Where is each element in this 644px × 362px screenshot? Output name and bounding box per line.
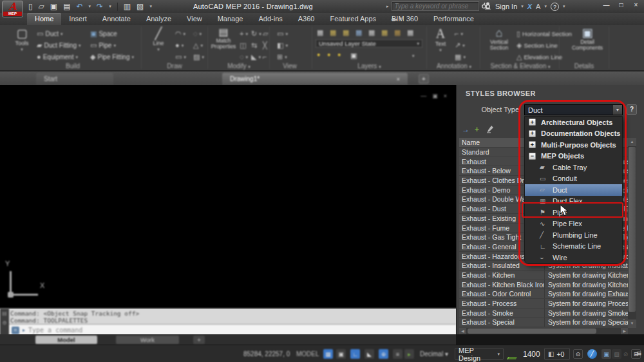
dropdown-item[interactable]: ╱ Plumbing Line: [525, 229, 622, 241]
help-button[interactable]: ?: [627, 104, 637, 115]
dropdown-item[interactable]: ⚑ Pipe: [525, 207, 622, 218]
ribbon-tab[interactable]: Analyze: [138, 13, 179, 25]
build-panel-label[interactable]: Build: [6, 62, 139, 70]
undo-icon[interactable]: ↶: [77, 3, 83, 10]
scroll-down-icon[interactable]: ▼: [628, 319, 636, 328]
search-collapse-icon[interactable]: ▸: [386, 4, 389, 9]
new-style-icon[interactable]: +: [475, 125, 479, 134]
help-dropdown-icon[interactable]: ▾: [563, 4, 565, 9]
command-history-icon[interactable]: ▤: [0, 310, 9, 316]
dropdown-item[interactable]: − MEP Objects: [525, 151, 622, 162]
scroll-left-icon[interactable]: ◀: [459, 328, 466, 334]
move-button[interactable]: +▾: [240, 30, 248, 37]
ortho-mode-icon[interactable]: ∟: [350, 349, 360, 359]
osnap-icon[interactable]: ⊕: [379, 349, 388, 359]
layout-tab-model[interactable]: Model: [35, 336, 97, 344]
units-readout[interactable]: Decimal ▾: [420, 350, 448, 357]
layers-panel-label[interactable]: Layers ▾: [312, 62, 426, 70]
table-row[interactable]: Exhaust - Kitchen System for drawing Kit…: [459, 271, 628, 280]
new-layout-button[interactable]: +: [193, 336, 205, 344]
layer-match-button[interactable]: ▦: [381, 29, 388, 36]
tree-expander-icon[interactable]: +: [529, 141, 536, 148]
ribbon-tab[interactable]: Add-ins: [251, 13, 290, 25]
workspace-switcher[interactable]: MEP Design▾: [455, 348, 504, 360]
purge-style-icon[interactable]: [486, 125, 494, 135]
isolate-objects-icon[interactable]: ⊙: [573, 349, 583, 359]
viewport-restore-icon[interactable]: ▣: [432, 93, 438, 99]
maximize-icon[interactable]: □: [616, 1, 627, 8]
dropdown-item[interactable]: + Documentation Objects: [525, 128, 622, 140]
clean-screen-icon[interactable]: ▣: [601, 349, 611, 359]
replace-z-control[interactable]: ◧ +0: [544, 348, 570, 360]
layout-tab-work[interactable]: Work: [116, 336, 179, 344]
grid-display-icon[interactable]: ▦: [323, 349, 333, 359]
exchange-apps-icon[interactable]: X: [527, 3, 532, 10]
ribbon-tab[interactable]: Home: [27, 13, 61, 25]
customization-menu-icon[interactable]: ≡: [636, 349, 641, 357]
draw-panel-label[interactable]: Draw: [143, 62, 206, 70]
polar-tracking-icon[interactable]: ◣: [365, 349, 374, 359]
offset-button[interactable]: ⌐: [263, 53, 267, 61]
sign-in-label[interactable]: Sign In: [495, 3, 517, 10]
table-row[interactable]: Exhaust - Process System for drawing Pro…: [459, 299, 628, 309]
vertical-section-button[interactable]: ⌂ Vertical Section: [484, 27, 514, 51]
hatch-button[interactable]: ▨▾: [193, 53, 204, 61]
file-tab-start[interactable]: Start: [36, 73, 113, 85]
object-type-combo[interactable]: Duct ▼: [524, 104, 623, 115]
dropdown-item[interactable]: ▱ Duct: [525, 184, 622, 196]
ribbon-minimize-icon[interactable]: ▬ ▾: [392, 13, 402, 25]
ribbon-tab[interactable]: A360: [290, 13, 323, 25]
layer-current-button[interactable]: ▣: [350, 52, 357, 59]
duct-fitting-button[interactable]: ▰Duct Fitting▾: [37, 42, 81, 49]
layer-state-button[interactable]: ▦: [407, 29, 413, 36]
chevron-down-icon[interactable]: ▼: [612, 105, 622, 115]
annotation-monitor-icon[interactable]: ▨: [612, 349, 621, 359]
revision-cloud-button[interactable]: ◌▾: [193, 30, 202, 37]
open-folder-icon[interactable]: ▱: [39, 3, 44, 10]
dropdown-item[interactable]: + Multi-Purpose Objects: [525, 139, 622, 151]
signin-dropdown-icon[interactable]: ▾: [521, 4, 524, 9]
elevation-value[interactable]: 1400: [523, 350, 540, 359]
ribbon-tab[interactable]: Insert: [61, 13, 95, 25]
horizontal-scrollbar[interactable]: ◀ ▶: [459, 328, 628, 334]
trim-button[interactable]: ▱: [263, 30, 268, 37]
layer-bulb-2[interactable]: ●: [327, 52, 330, 58]
sheet-set-icon[interactable]: ▧: [137, 3, 144, 10]
mirror-button[interactable]: ⇆: [251, 42, 257, 49]
layer-properties-button[interactable]: ▦: [317, 29, 323, 36]
dropdown-item[interactable]: ⌣ Wire: [525, 252, 622, 263]
viewport-close-icon[interactable]: ×: [444, 93, 447, 99]
fillet-button[interactable]: ◌▾: [240, 53, 248, 61]
layer-lock-button[interactable]: ▦: [368, 29, 375, 36]
new-file-icon[interactable]: ▯: [28, 3, 33, 10]
command-input-placeholder[interactable]: Type a command: [28, 327, 82, 334]
table-button[interactable]: ▦▾: [455, 53, 466, 61]
arc-button[interactable]: ◠▾: [175, 30, 185, 37]
search-input[interactable]: [392, 1, 479, 11]
snap-mode-icon[interactable]: ▣: [336, 349, 346, 359]
scrollbar-thumb[interactable]: [629, 147, 636, 312]
detail-components-button[interactable]: ▣ Detail Components: [571, 27, 604, 51]
tools-button[interactable]: ▢ Tools▾: [9, 28, 35, 52]
redo-dropdown-icon[interactable]: ▾: [109, 4, 111, 9]
pipe-button[interactable]: ▭Pipe▾: [90, 42, 116, 49]
text-button[interactable]: A Text▾: [430, 27, 451, 53]
viewport-grid-button[interactable]: ⊞▾: [277, 53, 287, 61]
drawing-canvas[interactable]: — ▣ × Y X: [0, 85, 456, 307]
help-icon[interactable]: ?: [551, 3, 559, 11]
details-panel-label[interactable]: Details: [560, 62, 608, 70]
close-icon[interactable]: ×: [630, 1, 641, 8]
redo-icon[interactable]: ↷: [97, 3, 103, 10]
layer-freeze-button[interactable]: ▦: [355, 29, 362, 36]
ribbon-tab[interactable]: BIM 360: [384, 13, 426, 25]
table-row[interactable]: Exhaust - Smoke System for drawing Smoke…: [459, 309, 628, 318]
section-line-button[interactable]: ◈Section Line: [516, 42, 558, 49]
customize-wrench-icon[interactable]: ⚙: [0, 320, 9, 326]
model-space-badge[interactable]: MODEL: [296, 350, 319, 357]
save-icon[interactable]: ▣: [50, 3, 57, 10]
table-row[interactable]: Exhaust - Special System for drawing Spe…: [459, 318, 628, 327]
layer-combo-arrow[interactable]: ▾: [412, 53, 415, 59]
array-button[interactable]: ◣▾: [251, 53, 261, 61]
layer-bulb-3[interactable]: ●: [337, 52, 341, 58]
plot-icon[interactable]: ▤: [63, 3, 70, 10]
